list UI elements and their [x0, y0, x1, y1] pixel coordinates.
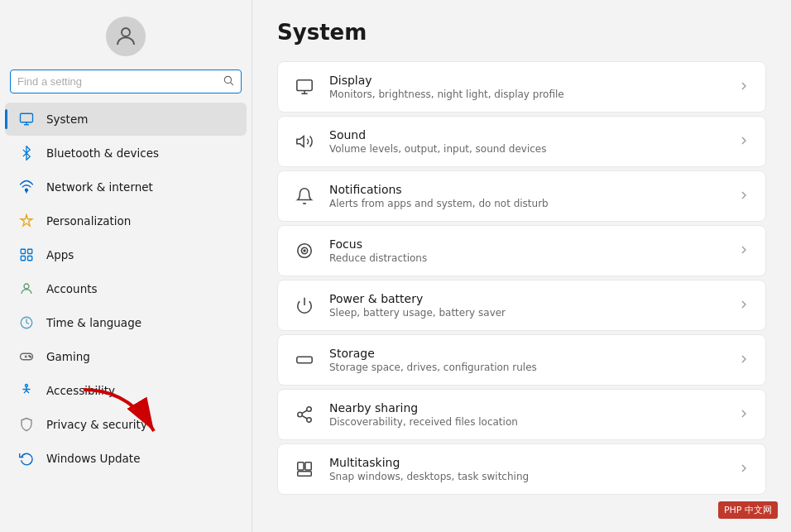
notifications-icon	[293, 185, 316, 208]
settings-item-focus[interactable]: Focus Reduce distractions	[277, 225, 766, 276]
monitor-icon	[18, 111, 35, 127]
brush-icon	[18, 213, 35, 229]
svg-rect-8	[21, 249, 25, 253]
sidebar-item-update[interactable]: Windows Update	[5, 442, 247, 475]
settings-item-multitasking[interactable]: Multitasking Snap windows, desktops, tas…	[277, 443, 766, 495]
chevron-right-icon	[737, 79, 750, 95]
chevron-right-icon	[737, 243, 750, 259]
svg-rect-36	[298, 463, 304, 470]
chevron-right-icon	[737, 189, 750, 204]
sidebar-item-gaming[interactable]: Gaming	[5, 340, 247, 373]
sidebar-item-personalization-label: Personalization	[46, 214, 131, 228]
sidebar-item-system-label: System	[46, 113, 88, 126]
settings-item-sound[interactable]: Sound Volume levels, output, input, soun…	[277, 116, 766, 167]
svg-rect-21	[297, 80, 312, 91]
settings-item-sound-title: Sound	[329, 128, 724, 141]
settings-item-focus-title: Focus	[329, 237, 724, 251]
settings-item-notifications-title: Notifications	[329, 183, 724, 196]
chevron-right-icon	[737, 462, 750, 477]
search-icon	[223, 74, 234, 89]
sound-icon	[293, 130, 316, 153]
chevron-right-icon	[737, 298, 750, 314]
chevron-right-icon	[737, 407, 750, 423]
settings-item-display[interactable]: Display Monitors, brightness, night ligh…	[277, 61, 766, 113]
nearby-icon	[293, 403, 316, 426]
sidebar-item-accessibility-label: Accessibility	[46, 384, 115, 397]
svg-point-17	[29, 356, 30, 357]
privacy-icon	[18, 416, 35, 433]
settings-item-notifications[interactable]: Notifications Alerts from apps and syste…	[277, 170, 766, 222]
svg-point-19	[26, 385, 28, 387]
watermark-badge: PHP 中文网	[718, 501, 778, 519]
svg-rect-3	[21, 113, 33, 122]
sidebar-item-network[interactable]: Network & internet	[5, 170, 247, 204]
avatar[interactable]	[106, 17, 146, 56]
settings-item-multitasking-desc: Snap windows, desktops, task switching	[329, 471, 724, 482]
avatar-section	[0, 8, 252, 69]
sidebar-item-system[interactable]: System	[5, 103, 247, 136]
sidebar-item-accounts[interactable]: Accounts	[5, 272, 247, 305]
settings-item-focus-text: Focus Reduce distractions	[329, 237, 724, 264]
multitasking-icon	[293, 458, 316, 481]
settings-item-sound-text: Sound Volume levels, output, input, soun…	[329, 128, 724, 155]
search-box[interactable]	[10, 69, 242, 93]
settings-item-nearby-desc: Discoverability, received files location	[329, 416, 724, 428]
settings-item-nearby-text: Nearby sharing Discoverability, received…	[329, 401, 724, 428]
display-icon	[293, 75, 316, 98]
sidebar-item-bluetooth[interactable]: Bluetooth & devices	[5, 137, 247, 170]
svg-point-33	[307, 418, 312, 423]
sidebar-nav: System Bluetooth & devices Network &	[0, 102, 252, 476]
svg-rect-11	[28, 256, 32, 261]
settings-item-power-title: Power & battery	[329, 292, 724, 305]
network-icon	[18, 179, 35, 195]
search-input[interactable]	[17, 75, 218, 88]
apps-icon	[18, 247, 35, 263]
svg-point-18	[30, 357, 31, 357]
settings-item-multitasking-title: Multitasking	[329, 456, 724, 469]
svg-point-0	[122, 28, 130, 36]
settings-item-power[interactable]: Power & battery Sleep, battery usage, ba…	[277, 280, 766, 331]
settings-item-storage-text: Storage Storage space, drives, configura…	[329, 347, 724, 373]
page-title: System	[277, 20, 766, 45]
sidebar-item-personalization[interactable]: Personalization	[5, 204, 247, 237]
settings-item-power-desc: Sleep, battery usage, battery saver	[329, 307, 724, 319]
svg-point-6	[26, 189, 28, 191]
settings-item-multitasking-text: Multitasking Snap windows, desktops, tas…	[329, 456, 724, 482]
time-icon	[18, 314, 35, 331]
sidebar-item-accessibility[interactable]: Accessibility	[5, 374, 247, 407]
settings-item-focus-desc: Reduce distractions	[329, 252, 724, 264]
accounts-icon	[18, 280, 35, 297]
gaming-icon	[18, 348, 35, 365]
sidebar-item-gaming-label: Gaming	[46, 350, 90, 363]
accessibility-icon	[18, 382, 35, 399]
settings-item-display-title: Display	[329, 74, 724, 87]
sidebar-item-time[interactable]: Time & language	[5, 306, 247, 339]
svg-point-27	[304, 250, 305, 252]
chevron-right-icon	[737, 352, 750, 368]
settings-item-nearby[interactable]: Nearby sharing Discoverability, received…	[277, 389, 766, 440]
sidebar-item-privacy[interactable]: Privacy & security	[5, 408, 247, 441]
svg-point-12	[24, 284, 29, 289]
svg-rect-10	[21, 256, 25, 261]
sidebar-item-privacy-label: Privacy & security	[46, 418, 147, 431]
settings-item-storage[interactable]: Storage Storage space, drives, configura…	[277, 334, 766, 386]
settings-list: Display Monitors, brightness, night ligh…	[277, 61, 766, 495]
sidebar-item-bluetooth-label: Bluetooth & devices	[46, 146, 159, 160]
svg-line-34	[302, 415, 307, 419]
main-content: System Display Monitors, brightness, nig…	[252, 0, 791, 532]
svg-rect-37	[305, 463, 311, 470]
chevron-right-icon	[737, 134, 750, 150]
sidebar-item-apps[interactable]: Apps	[5, 238, 247, 271]
sidebar: System Bluetooth & devices Network &	[0, 0, 252, 532]
sidebar-item-network-label: Network & internet	[46, 180, 153, 194]
settings-item-nearby-title: Nearby sharing	[329, 401, 724, 415]
svg-line-35	[302, 410, 307, 414]
settings-item-notifications-desc: Alerts from apps and system, do not dist…	[329, 198, 724, 209]
svg-point-31	[307, 407, 312, 412]
settings-item-storage-desc: Storage space, drives, configuration rul…	[329, 362, 724, 373]
svg-rect-38	[298, 472, 312, 477]
bluetooth-icon	[18, 145, 35, 161]
svg-line-2	[231, 83, 233, 85]
settings-item-sound-desc: Volume levels, output, input, sound devi…	[329, 143, 724, 155]
focus-icon	[293, 239, 316, 262]
